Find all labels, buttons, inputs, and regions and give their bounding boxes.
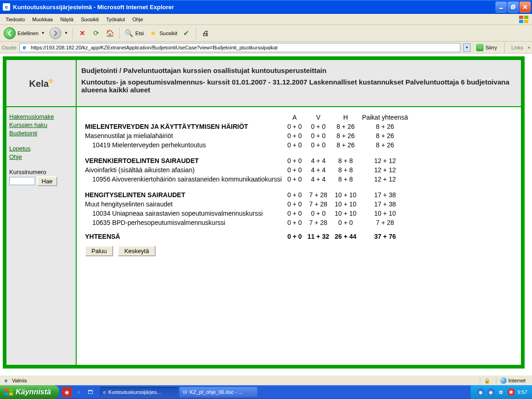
go-arrow-icon: → [476, 44, 484, 51]
menu-tyokalut[interactable]: Työkalut [103, 15, 129, 24]
window-restore-button[interactable] [508, 1, 519, 12]
ql-item-1[interactable]: ◉ [62, 387, 72, 397]
keskeyta-button[interactable]: Keskeytä [118, 246, 155, 256]
row-value: 11 + 32 [308, 227, 335, 241]
row-value: 8 + 8 [335, 165, 362, 175]
lock-icon: 🔒 [484, 378, 490, 383]
stop-icon: ✕ [78, 29, 87, 38]
menu-muokkaa[interactable]: Muokkaa [29, 15, 57, 24]
address-input[interactable] [30, 44, 459, 51]
hae-button[interactable]: Hae [37, 176, 57, 186]
search-button[interactable]: 🔍Etsi [122, 27, 145, 40]
ql-ie-icon[interactable]: e [73, 387, 84, 397]
row-label: YHTEENSÄ [85, 227, 287, 241]
row-value: 0 + 0 [287, 156, 308, 165]
tray-icon-1[interactable]: ◉ [477, 388, 484, 396]
links-label[interactable]: Links [509, 45, 525, 50]
col-a: A [287, 113, 308, 122]
address-label: Osoite [2, 45, 17, 50]
back-label: Edellinen [18, 30, 38, 36]
history-icon: ✔ [182, 29, 191, 38]
nav-budjetointi[interactable]: Budjetointi [9, 129, 73, 138]
forward-button[interactable]: ▼ [48, 27, 70, 40]
start-button[interactable]: Käynnistä [0, 385, 59, 399]
row-value: 0 + 0 [287, 200, 308, 209]
search-icon: 🔍 [124, 29, 133, 38]
nav-kurssien-haku[interactable]: Kurssien haku [9, 121, 73, 129]
page-status-icon: e [3, 376, 9, 385]
menu-tiedosto[interactable]: Tiedosto [2, 15, 29, 24]
paluu-button[interactable]: Paluu [85, 246, 113, 256]
table-row: YHTEENSÄ0 + 011 + 3226 + 4437 + 76 [85, 227, 414, 241]
app-frame: Kela® Budjetointi / Palveluntuottajan ku… [3, 56, 525, 369]
tray-icon-3[interactable]: ✿ [497, 388, 505, 396]
links-expand-icon[interactable]: » [528, 45, 530, 50]
stop-button[interactable]: ✕ [76, 27, 89, 40]
window-minimize-button[interactable] [496, 1, 507, 12]
menu-suosikit[interactable]: Suosikit [77, 15, 103, 24]
back-button[interactable]: Edellinen ▼ [2, 27, 47, 40]
table-row: 10034 Uniapneaa sairastavien sopeutumisv… [85, 209, 414, 218]
menu-nayta[interactable]: Näytä [56, 15, 77, 24]
taskbar-item-word[interactable]: W KZ_pt_ohje_06.doc - ... [179, 387, 258, 398]
kurssinumero-label: Kurssinumero [9, 169, 73, 175]
col-paikat: Paikat yhteensä [362, 113, 414, 122]
start-label: Käynnistä [16, 388, 51, 396]
go-button[interactable]: → Siirry [473, 43, 500, 52]
zone-label: Internet [508, 378, 526, 383]
row-value: 8 + 26 [335, 122, 362, 131]
row-value: 7 + 28 [308, 218, 335, 227]
page-icon: e [21, 43, 28, 52]
row-value: 8 + 8 [335, 156, 362, 165]
status-bar: e Valmis 🔒 Internet [0, 375, 532, 385]
row-label: Aivoinfarkti (sisältää aikuisten afasian… [85, 165, 287, 175]
tray-icon-4[interactable]: ✱ [508, 388, 515, 396]
tray-icon-2[interactable]: ◉ [487, 388, 495, 396]
browser-viewport[interactable]: Kela® Budjetointi / Palveluntuottajan ku… [0, 54, 532, 375]
favorites-button[interactable]: ★Suosikit [146, 27, 179, 40]
table-row: Aivoinfarkti (sisältää aikuisten afasian… [85, 165, 414, 175]
svg-rect-9 [5, 393, 8, 395]
address-dropdown-button[interactable]: ▾ [463, 43, 471, 52]
nav-hakemuslomake[interactable]: Hakemuslomake [9, 113, 73, 121]
toolbar-separator [119, 28, 120, 39]
window-close-button[interactable] [520, 1, 531, 12]
row-value: 12 + 12 [362, 175, 414, 184]
row-value: 0 + 0 [287, 175, 308, 184]
row-value: 0 + 0 [287, 227, 308, 241]
svg-rect-10 [9, 393, 13, 395]
search-label: Etsi [135, 30, 144, 36]
row-value: 0 + 0 [287, 131, 308, 140]
row-value: 4 + 4 [308, 175, 335, 184]
col-h: H [335, 113, 362, 122]
home-button[interactable]: 🏠 [103, 27, 116, 40]
windows-taskbar: Käynnistä ◉ e 🗔 e Kuntoutuskurssijärjes.… [0, 385, 532, 399]
history-button[interactable]: ✔ [180, 27, 193, 40]
nav-ohje[interactable]: Ohje [9, 153, 73, 161]
page-title-line2: Kuntoutus- ja sopeutumisvalmennus- kurss… [81, 78, 516, 94]
nav-lopetus[interactable]: Lopetus [9, 145, 73, 153]
print-button[interactable]: 🖨 [199, 27, 212, 40]
row-label: 10419 Mielenterveyden perhekuntoutus [85, 140, 287, 150]
refresh-button[interactable]: ⟳ [90, 27, 103, 40]
kurssinumero-input[interactable] [9, 177, 35, 185]
row-value: 0 + 0 [287, 218, 308, 227]
chevron-down-icon: ▼ [64, 31, 68, 35]
row-value: 7 + 28 [308, 190, 335, 200]
toolbar-separator [73, 28, 73, 39]
row-value: 7 + 28 [362, 218, 414, 227]
svg-rect-3 [519, 16, 523, 19]
row-value: 10 + 10 [335, 200, 362, 209]
back-arrow-icon [4, 27, 16, 39]
row-label: 10956 Aivoverenkiertohäiriön sairastanei… [85, 175, 287, 184]
taskbar-item-ie[interactable]: e Kuntoutuskurssijärjes... [100, 387, 178, 398]
svg-rect-7 [5, 389, 8, 392]
row-value: 12 + 12 [362, 156, 414, 165]
svg-rect-6 [524, 20, 528, 23]
tray-clock[interactable]: 9:57 [518, 389, 527, 395]
kela-logo: Kela® [29, 78, 53, 89]
row-value: 26 + 44 [335, 227, 362, 241]
menu-ohje[interactable]: Ohje [129, 15, 147, 24]
table-row: 10635 BPD-perhesopeutumisvalmennuskurssi… [85, 218, 414, 227]
ql-desktop-icon[interactable]: 🗔 [85, 387, 95, 397]
